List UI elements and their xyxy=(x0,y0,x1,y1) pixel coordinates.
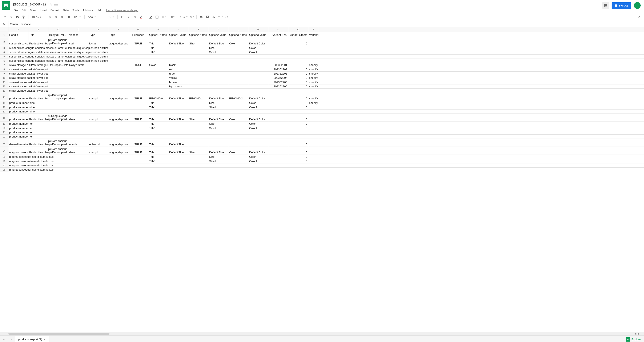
rotate-button[interactable]: ↻▼ xyxy=(189,14,195,20)
col-header-B[interactable]: B xyxy=(28,27,48,32)
cell[interactable]: Title xyxy=(148,46,168,50)
cell[interactable] xyxy=(268,159,288,163)
merge-button[interactable]: ▼ xyxy=(160,14,166,20)
menu-data[interactable]: Data xyxy=(61,8,70,13)
cell[interactable] xyxy=(248,63,268,67)
cell[interactable]: product-number- xyxy=(8,114,28,122)
row-header[interactable]: 8 xyxy=(0,67,8,71)
italic-button[interactable]: I xyxy=(126,14,132,20)
cell[interactable]: Default Color xyxy=(248,38,268,46)
cell[interactable]: yellow xyxy=(168,76,188,80)
cell[interactable] xyxy=(268,114,288,122)
horizontal-scrollbar[interactable]: ◀ ▶ xyxy=(0,332,644,335)
col-header-P[interactable]: P xyxy=(308,27,319,32)
cell[interactable]: Title1 xyxy=(148,50,168,54)
cell[interactable]: Rally's Store xyxy=(68,63,88,67)
col-header-M[interactable]: M xyxy=(248,27,268,32)
cell[interactable] xyxy=(248,80,268,84)
row-header[interactable]: 27 xyxy=(0,163,8,167)
cell[interactable]: Default Title xyxy=(168,114,188,122)
share-button[interactable]: SHARE xyxy=(612,2,631,9)
cell[interactable]: 0 xyxy=(288,93,308,101)
cell[interactable]: Title xyxy=(148,147,168,155)
row-header[interactable]: 7 xyxy=(0,63,8,67)
cell[interactable] xyxy=(188,67,208,71)
valign-button[interactable]: ⊥▼ xyxy=(176,14,182,20)
cell[interactable]: shopify xyxy=(308,101,319,105)
last-edit[interactable]: Last edit was seconds ago xyxy=(106,9,138,12)
menu-format[interactable]: Format xyxy=(49,8,61,13)
all-sheets-button[interactable]: ≡ xyxy=(8,336,15,342)
strike-button[interactable]: S xyxy=(132,14,138,20)
cell[interactable] xyxy=(208,139,228,147)
cell[interactable] xyxy=(268,46,288,50)
cell[interactable] xyxy=(188,76,208,80)
cell[interactable]: Size xyxy=(188,114,208,122)
cell[interactable] xyxy=(268,155,288,159)
col-header-K[interactable]: K xyxy=(208,27,228,32)
cell[interactable]: Option2 Name xyxy=(188,32,208,38)
row-header[interactable]: 21 xyxy=(0,130,8,134)
cell[interactable]: Size1 xyxy=(208,105,228,109)
comments-button[interactable] xyxy=(602,2,609,9)
cell[interactable]: <p>Duis imperdi<p> </p> xyxy=(48,93,68,101)
cell[interactable]: risus-sit-amet-an xyxy=(8,139,28,147)
col-header-N[interactable]: N xyxy=(268,27,288,32)
cell[interactable]: straw-storage-basket-flower-pot xyxy=(8,67,168,71)
row-header[interactable]: 4 xyxy=(0,50,8,54)
cell[interactable]: TRUE xyxy=(128,93,148,101)
halign-button[interactable]: ≡▼ xyxy=(170,14,176,20)
cell[interactable]: TRUE xyxy=(128,63,148,67)
cell[interactable]: Variant I xyxy=(308,32,319,38)
wrap-button[interactable]: ↲▼ xyxy=(182,14,188,20)
cell[interactable]: REWIND-0 xyxy=(148,93,168,101)
undo-button[interactable]: ↶ xyxy=(2,14,8,20)
add-sheet-button[interactable]: + xyxy=(0,336,8,342)
cell[interactable] xyxy=(308,114,319,122)
cell[interactable]: shopify xyxy=(308,85,319,89)
cell[interactable] xyxy=(208,67,228,71)
cell[interactable]: green xyxy=(168,72,188,76)
cell[interactable] xyxy=(268,105,288,109)
cell[interactable]: Title xyxy=(28,32,48,38)
cell[interactable]: REWIND-1 xyxy=(188,93,208,101)
cell[interactable] xyxy=(228,126,248,130)
cell[interactable] xyxy=(268,93,288,101)
cell[interactable]: product-number-ten xyxy=(8,122,148,126)
cell[interactable]: augue, dapibus, xyxy=(108,114,128,122)
cell[interactable]: shopify xyxy=(308,63,319,67)
print-button[interactable] xyxy=(14,14,20,20)
menu-file[interactable]: File xyxy=(12,8,20,13)
row-header[interactable]: 15 xyxy=(0,101,8,105)
cell[interactable]: product-number-nine xyxy=(8,101,148,105)
cell[interactable]: suspendisse-con xyxy=(8,38,28,46)
cell[interactable]: Title1 xyxy=(148,126,168,130)
cell[interactable]: 0 xyxy=(288,72,308,76)
cell[interactable]: Product Number xyxy=(28,114,48,122)
cell[interactable]: risus xyxy=(68,114,88,122)
cell[interactable] xyxy=(228,159,248,163)
cell[interactable] xyxy=(168,126,188,130)
cell[interactable]: 0 xyxy=(288,101,308,105)
row-header[interactable]: 28 xyxy=(0,168,8,172)
cell[interactable] xyxy=(308,46,319,50)
cell[interactable]: Product Number xyxy=(28,38,48,46)
avatar[interactable] xyxy=(634,2,641,9)
cell[interactable]: <p><span><stro xyxy=(48,63,68,67)
cell[interactable]: Color xyxy=(228,38,248,46)
comment-insert-button[interactable] xyxy=(204,14,210,20)
cell[interactable]: straw-storage-basket-flower-pot xyxy=(8,80,168,84)
cell[interactable] xyxy=(228,155,248,159)
cell[interactable]: Size1 xyxy=(208,126,228,130)
cell[interactable]: 0 xyxy=(288,139,308,147)
number-format-select[interactable]: 123▼ xyxy=(72,15,83,19)
row-header[interactable]: 23 xyxy=(0,139,8,147)
cell[interactable] xyxy=(168,155,188,159)
functions-button[interactable]: Σ▼ xyxy=(224,14,230,20)
col-header-C[interactable]: C xyxy=(48,27,68,32)
cell[interactable]: 0 xyxy=(288,126,308,130)
cell[interactable] xyxy=(308,155,319,159)
cell[interactable] xyxy=(188,80,208,84)
col-header-D[interactable]: D xyxy=(68,27,88,32)
menu-add-ons[interactable]: Add-ons xyxy=(81,8,94,13)
